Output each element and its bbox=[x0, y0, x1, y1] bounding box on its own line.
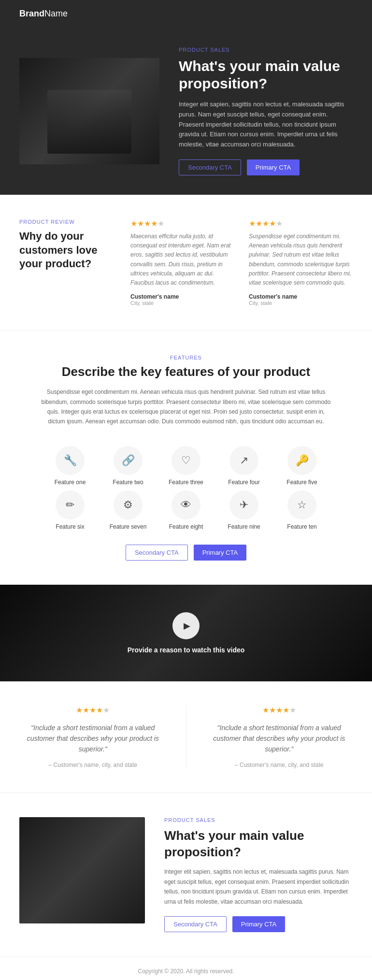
review-stars-1: ★★★★★ bbox=[130, 219, 234, 228]
features-row-2: ✏ Feature six ⚙ Feature seven 👁 Feature … bbox=[19, 490, 353, 530]
review-text-2: Suspendisse eget condimentum mi. Aenean … bbox=[249, 232, 353, 288]
second-hero-cta-group: Secondary CTA Primary CTA bbox=[164, 916, 353, 932]
reviews-section: PRODUCT REVIEW Why do your customers lov… bbox=[0, 195, 372, 330]
feature-item-3: ♡ Feature three bbox=[162, 446, 210, 486]
reviewer-location-2: City, state bbox=[249, 300, 353, 306]
feature-icon-8: 👁 bbox=[172, 490, 200, 519]
feature-label-6: Feature six bbox=[56, 523, 84, 530]
hero-image bbox=[19, 58, 159, 164]
review-card-1: ★★★★★ Maecenas efficitur nulla justo, id… bbox=[130, 219, 234, 306]
testimonial-author-1: – Customer's name, city, and state bbox=[19, 762, 167, 768]
features-title: Describe the key features of your produc… bbox=[19, 364, 353, 379]
feature-icon-1: 🔧 bbox=[56, 446, 85, 475]
testimonial-card-2: ★★★★★ "Include a short testimonial from … bbox=[206, 706, 353, 768]
feature-item-9: ✈ Feature nine bbox=[220, 490, 268, 530]
feature-label-9: Feature nine bbox=[228, 523, 260, 530]
brand-name-bold: Brand bbox=[19, 9, 44, 18]
feature-label-5: Feature five bbox=[286, 479, 317, 486]
testimonial-author-2: – Customer's name, city, and state bbox=[206, 762, 353, 768]
second-hero-body: Integer elit sapien, sagittis non lectus… bbox=[164, 867, 353, 907]
second-hero-title: What's your main value proposition? bbox=[164, 828, 353, 861]
video-caption: Provide a reason to watch this video bbox=[128, 646, 245, 654]
reviewer-name-1: Customer's name bbox=[130, 293, 234, 300]
feature-label-10: Feature ten bbox=[287, 523, 316, 530]
testimonial-stars-1: ★★★★★ bbox=[19, 706, 167, 715]
feature-item-6: ✏ Feature six bbox=[46, 490, 94, 530]
second-hero-section: PRODUCT SALES What's your main value pro… bbox=[0, 793, 372, 956]
testimonial-stars-2: ★★★★★ bbox=[206, 706, 353, 715]
feature-label-3: Feature three bbox=[169, 479, 203, 486]
features-row-1: 🔧 Feature one 🔗 Feature two ♡ Feature th… bbox=[19, 446, 353, 486]
brand-name-regular: Name bbox=[44, 9, 68, 18]
testimonial-text-2: "Include a short testimonial from a valu… bbox=[206, 722, 353, 755]
feature-item-1: 🔧 Feature one bbox=[46, 446, 94, 486]
feature-item-5: 🔑 Feature five bbox=[278, 446, 326, 486]
hero-section: PRODUCT SALES What's your main value pro… bbox=[0, 28, 372, 195]
feature-item-4: ↗ Feature four bbox=[220, 446, 268, 486]
testimonial-text-1: "Include a short testimonial from a valu… bbox=[19, 722, 167, 755]
feature-item-10: ☆ Feature ten bbox=[278, 490, 326, 530]
hero-title: What's your main value proposition? bbox=[179, 58, 353, 92]
features-label: FEATURES bbox=[19, 355, 353, 360]
feature-icon-6: ✏ bbox=[56, 490, 85, 519]
play-button[interactable] bbox=[172, 612, 200, 639]
hero-label: PRODUCT SALES bbox=[179, 47, 353, 53]
review-text-1: Maecenas efficitur nulla justo, id conse… bbox=[130, 232, 234, 288]
hero-cta-group: Secondary CTA Primary CTA bbox=[179, 159, 353, 175]
testimonials-divider bbox=[186, 706, 186, 768]
feature-icon-7: ⚙ bbox=[114, 490, 143, 519]
reviewer-location-1: City, state bbox=[130, 300, 234, 306]
reviews-label: PRODUCT REVIEW bbox=[19, 219, 116, 225]
reviews-title: Why do your customers love your product? bbox=[19, 230, 116, 271]
testimonial-card-1: ★★★★★ "Include a short testimonial from … bbox=[19, 706, 167, 768]
footer-text: Copyright © 2020. All rights reserved. bbox=[138, 968, 234, 975]
review-stars-2: ★★★★★ bbox=[249, 219, 353, 228]
features-primary-cta[interactable]: Primary CTA bbox=[194, 545, 246, 561]
reviews-cards: ★★★★★ Maecenas efficitur nulla justo, id… bbox=[130, 219, 353, 306]
second-hero-label: PRODUCT SALES bbox=[164, 817, 353, 823]
navbar: BrandName bbox=[0, 0, 372, 28]
second-hero-content: PRODUCT SALES What's your main value pro… bbox=[164, 817, 353, 932]
features-section: FEATURES Describe the key features of yo… bbox=[0, 330, 372, 585]
reviews-left: PRODUCT REVIEW Why do your customers lov… bbox=[19, 219, 116, 271]
features-description: Suspendisse eget condimentum mi. Aenean … bbox=[41, 387, 331, 427]
feature-icon-10: ☆ bbox=[287, 490, 316, 519]
feature-label-1: Feature one bbox=[55, 479, 86, 486]
review-card-2: ★★★★★ Suspendisse eget condimentum mi. A… bbox=[249, 219, 353, 306]
feature-icon-2: 🔗 bbox=[114, 446, 143, 475]
feature-item-7: ⚙ Feature seven bbox=[104, 490, 152, 530]
feature-icon-3: ♡ bbox=[172, 446, 200, 475]
second-hero-image bbox=[19, 817, 145, 923]
feature-icon-4: ↗ bbox=[229, 446, 258, 475]
feature-icon-9: ✈ bbox=[229, 490, 258, 519]
testimonials-section: ★★★★★ "Include a short testimonial from … bbox=[0, 681, 372, 793]
feature-icon-5: 🔑 bbox=[287, 446, 316, 475]
hero-content: PRODUCT SALES What's your main value pro… bbox=[159, 47, 353, 175]
feature-label-4: Feature four bbox=[228, 479, 259, 486]
video-section: Provide a reason to watch this video bbox=[0, 585, 372, 681]
hero-secondary-cta[interactable]: Secondary CTA bbox=[179, 159, 241, 175]
feature-label-7: Feature seven bbox=[110, 523, 147, 530]
hero-image-placeholder bbox=[19, 58, 159, 164]
features-secondary-cta[interactable]: Secondary CTA bbox=[126, 545, 188, 561]
feature-item-8: 👁 Feature eight bbox=[162, 490, 210, 530]
hero-body: Integer elit sapien, sagittis non lectus… bbox=[179, 100, 353, 150]
reviewer-name-2: Customer's name bbox=[249, 293, 353, 300]
feature-item-2: 🔗 Feature two bbox=[104, 446, 152, 486]
features-cta-group: Secondary CTA Primary CTA bbox=[19, 545, 353, 561]
second-hero-primary-cta[interactable]: Primary CTA bbox=[232, 916, 285, 932]
feature-label-8: Feature eight bbox=[169, 523, 203, 530]
feature-label-2: Feature two bbox=[113, 479, 143, 486]
brand-logo: BrandName bbox=[19, 9, 68, 19]
second-hero-secondary-cta[interactable]: Secondary CTA bbox=[164, 916, 227, 932]
footer: Copyright © 2020. All rights reserved. bbox=[0, 956, 372, 980]
hero-primary-cta[interactable]: Primary CTA bbox=[247, 159, 300, 175]
